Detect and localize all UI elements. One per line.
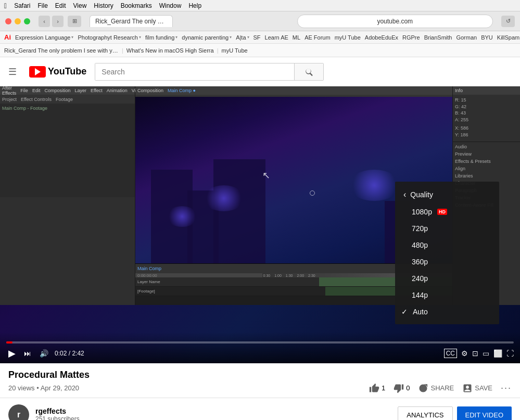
time-display: 0:02 / 2:42 (55, 350, 84, 357)
video-container[interactable]: After Effects FileEditCompositionLayerEf… (0, 86, 520, 363)
bookmark-dynamic-parenting[interactable]: dynamic parenting ▾ (182, 34, 232, 41)
share-icon (418, 383, 428, 393)
menu-help[interactable]: Help (188, 2, 201, 9)
tab-overview-button[interactable]: ⊞ (68, 16, 81, 27)
search-button[interactable] (294, 63, 323, 80)
reload-button[interactable]: ↺ (501, 16, 515, 27)
channel-buttons: ANALYTICS EDIT VIDEO (398, 406, 512, 421)
bookmark-gorman[interactable]: Gorman (456, 34, 477, 41)
play-button[interactable]: ▶ (6, 348, 18, 359)
active-tab-2[interactable]: What's New in macOS High Sierra (126, 47, 214, 54)
youtube-logo[interactable]: YouTube (29, 66, 86, 78)
active-tab-1[interactable]: Rick_Gerard The only problem I see with … (4, 47, 119, 54)
bookmark-killspam[interactable]: KillSpam (497, 34, 519, 41)
save-icon (462, 383, 473, 393)
quality-option-auto[interactable]: ✓ Auto (395, 303, 499, 320)
quality-label: Quality (410, 190, 433, 199)
browser-tab[interactable]: Rick_Gerard The only problem... (90, 15, 173, 27)
channel-subscribers: 251 subscribers (35, 415, 391, 420)
bookmark-adobeeduex[interactable]: AdobeEduEx (365, 34, 398, 41)
captions-button[interactable]: CC (444, 349, 457, 358)
quality-1080p-label: 1080p (412, 208, 432, 216)
minimize-button[interactable] (15, 18, 21, 24)
quality-360p-label: 360p (412, 258, 428, 266)
quality-option-360p[interactable]: 360p (395, 253, 499, 270)
quality-option-144p[interactable]: 144p (395, 287, 499, 303)
traffic-lights (5, 18, 30, 24)
active-tab-3[interactable]: myU Tube (221, 47, 247, 54)
quality-popup: ‹ Quality 1080p HD 720p 480p 360p 240p 1… (395, 182, 499, 324)
video-views: 20 views • Apr 29, 2020 (8, 384, 79, 392)
channel-avatar[interactable]: r (8, 404, 29, 420)
more-button[interactable]: ··· (501, 383, 512, 393)
video-actions: 1 0 SHARE SAVE (369, 383, 512, 393)
url-text: youtube.com (377, 18, 413, 25)
bookmark-briansmith[interactable]: BrianSmith (424, 34, 452, 41)
apple-menu[interactable]:  (4, 2, 7, 10)
menu-history[interactable]: History (94, 2, 113, 9)
progress-bar[interactable] (6, 341, 514, 343)
theater-button[interactable]: ▭ (483, 349, 489, 358)
quality-menu-header[interactable]: ‹ Quality (395, 186, 499, 203)
back-chevron-icon: ‹ (403, 190, 406, 199)
bookmark-myu-tube[interactable]: myU Tube (335, 34, 361, 41)
maximize-button[interactable] (24, 18, 30, 24)
macos-menubar:  Safari File Edit View History Bookmark… (0, 0, 520, 11)
menu-bookmarks[interactable]: Bookmarks (121, 2, 152, 9)
skip-button[interactable]: ⏭ (22, 349, 33, 358)
current-time: 0:02 (55, 350, 67, 357)
bookmark-learn-ae[interactable]: Learn AE (265, 34, 288, 41)
dislike-button[interactable]: 0 (394, 383, 410, 393)
menu-view[interactable]: View (73, 2, 87, 9)
tab-bar: Rick_Gerard The only problem... (90, 15, 285, 27)
bookmarks-bar: Ai Expression Language ▾ Photographyt Re… (0, 31, 520, 44)
youtube-logo-icon (29, 66, 46, 78)
quality-720p-label: 720p (412, 224, 428, 233)
search-input[interactable] (95, 63, 294, 80)
menu-edit[interactable]: Edit (55, 2, 66, 9)
bookmark-ae-forum[interactable]: AE Forum (305, 34, 331, 41)
fullscreen-button[interactable]: ⛶ (506, 349, 514, 358)
bookmark-byu[interactable]: BYU (481, 34, 493, 41)
menu-file[interactable]: File (37, 2, 47, 9)
miniplayer-button[interactable]: ⊡ (472, 349, 478, 358)
settings-button[interactable]: ⚙ (461, 349, 468, 358)
back-button[interactable]: ‹ (39, 16, 50, 27)
quality-option-1080p[interactable]: 1080p HD (395, 203, 499, 220)
save-button[interactable]: SAVE (462, 383, 492, 393)
analytics-button[interactable]: ANALYTICS (398, 406, 452, 421)
bookmark-rgpre[interactable]: RGPre (402, 34, 420, 41)
share-button[interactable]: SHARE (418, 383, 454, 393)
quality-option-720p[interactable]: 720p (395, 220, 499, 237)
bookmark-ml[interactable]: ML (293, 34, 300, 41)
theater-mode-button[interactable]: ⬜ (493, 349, 502, 358)
quality-option-480p[interactable]: 480p (395, 237, 499, 253)
channel-info: rgeffects 251 subscribers (35, 407, 391, 420)
bookmark-photography[interactable]: Photographyt Research ▾ (78, 34, 141, 41)
youtube-header: ☰ YouTube (0, 57, 520, 86)
url-bar[interactable]: youtube.com (297, 15, 493, 28)
channel-name[interactable]: rgeffects (35, 407, 391, 415)
forward-button[interactable]: › (52, 16, 64, 27)
edit-video-button[interactable]: EDIT VIDEO (457, 406, 512, 421)
bookmark-expression-language[interactable]: Expression Language ▾ (15, 34, 73, 41)
search-bar (95, 63, 324, 81)
search-icon (305, 67, 314, 77)
video-screenshot: After Effects FileEditCompositionLayerEf… (0, 86, 520, 363)
like-button[interactable]: 1 (369, 383, 385, 393)
ae-panel-left: After Effects FileEditCompositionLayerEf… (0, 86, 135, 305)
bookmark-film-funding[interactable]: film funding ▾ (145, 34, 177, 41)
bookmark-alta[interactable]: A|ta ▾ (236, 34, 249, 41)
bookmark-sf[interactable]: SF (253, 34, 261, 41)
youtube-logo-text: YouTube (48, 66, 86, 77)
menu-window[interactable]: Window (159, 2, 182, 9)
nav-buttons: ‹ › (39, 16, 64, 27)
share-label: SHARE (430, 384, 454, 392)
ae-menubar: After Effects FileEditCompositionLayerEf… (0, 86, 135, 95)
quality-option-240p[interactable]: 240p (395, 270, 499, 287)
mute-button[interactable]: 🔊 (37, 349, 50, 358)
titlebar: ‹ › ⊞ Rick_Gerard The only problem... yo… (0, 11, 520, 31)
close-button[interactable] (5, 18, 11, 24)
hamburger-menu[interactable]: ☰ (8, 66, 17, 78)
menu-safari[interactable]: Safari (14, 2, 30, 9)
